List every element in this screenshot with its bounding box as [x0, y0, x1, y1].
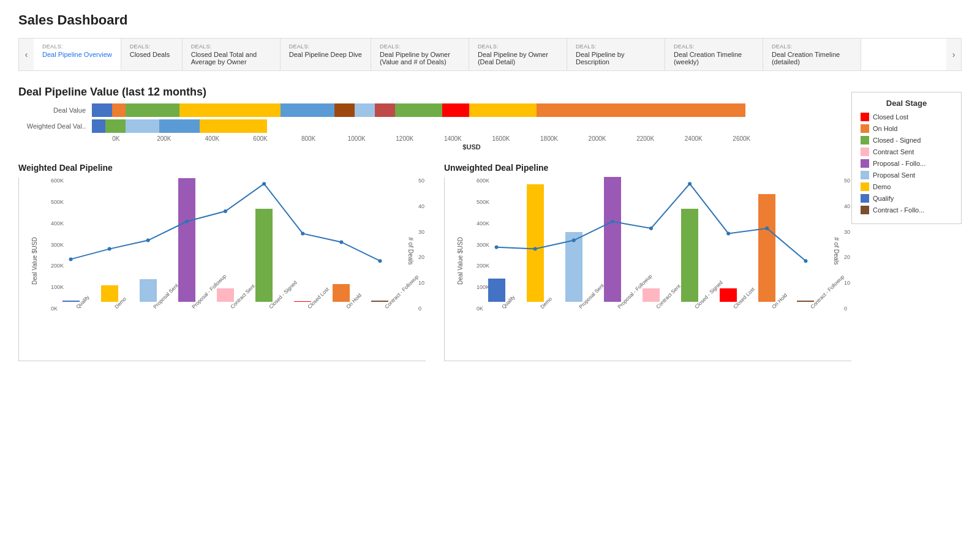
- legend-item-6: Demo: [861, 182, 952, 191]
- hbar-axis-label: $USD: [92, 143, 851, 151]
- tab-item-2[interactable]: DEALS:Closed Deal Total and Average by O…: [183, 39, 281, 70]
- hbar-segment-0-4: [281, 103, 334, 117]
- unweighted-y-ticks-right-tick-5: 50: [844, 178, 850, 184]
- tab-label-small-0: DEALS:: [42, 43, 112, 50]
- legend-item-1: On Hold: [861, 124, 952, 133]
- unweighted-y-ticks-tick-6: 600K: [477, 178, 489, 184]
- weighted-bars-xlabel-0: Qualify: [75, 305, 79, 310]
- hbar-axis-tick-10: 2000K: [573, 135, 622, 142]
- tab-label-small-4: DEALS:: [380, 43, 460, 50]
- unweighted-bars-rect-7: [758, 194, 775, 302]
- weighted-bars-rect-2: [140, 279, 157, 302]
- unweighted-bars-item-2: Proposal Sent: [556, 177, 592, 312]
- unweighted-y-ticks-right-tick-4: 40: [844, 203, 850, 209]
- legend-item-2: Closed - Signed: [861, 136, 952, 144]
- weighted-y-right-label: # of Deals: [407, 236, 414, 266]
- hbar-segment-0-11: [537, 103, 745, 117]
- hbar-segment-0-1: [112, 103, 126, 117]
- hbar-axis-tick-5: 1000K: [333, 135, 381, 142]
- weighted-y-ticks-right-tick-2: 20: [418, 254, 424, 260]
- hbar-axis-tick-4: 800K: [284, 135, 333, 142]
- legend-box: Deal Stage Closed LostOn HoldClosed - Si…: [851, 92, 962, 224]
- hbar-segment-0-0: [92, 103, 112, 117]
- tab-label-main-7: Deal Creation Timeline (weekly): [674, 51, 754, 66]
- tab-item-1[interactable]: DEALS:Closed Deals: [121, 39, 183, 70]
- tab-label-small-2: DEALS:: [191, 43, 271, 50]
- hbar-segment-1-2: [126, 119, 159, 133]
- unweighted-bars-xlabel-2: Proposal Sent: [578, 305, 582, 310]
- weighted-y-ticks-right-tick-3: 30: [418, 229, 424, 235]
- weighted-bars-rect-1: [101, 285, 118, 302]
- unweighted-chart-area: Deal Value $USD # of Deals 0K100K200K300…: [444, 178, 851, 361]
- unweighted-bars-xlabel-8: Contract - Followup: [809, 305, 813, 310]
- unweighted-bars-xlabel-7: On Hold: [771, 305, 775, 310]
- unweighted-bars-xlabel-0: Qualify: [500, 305, 505, 310]
- hbar-axis-tick-9: 1800K: [525, 135, 573, 142]
- hbar-axis-tick-2: 400K: [188, 135, 236, 142]
- unweighted-chart-box: Unweighted Deal Pipeline Deal Value $USD…: [444, 163, 851, 361]
- legend-item-8: Contract - Follo...: [861, 206, 952, 214]
- weighted-bars-xlabel-6: Closed Lost: [306, 305, 311, 310]
- tab-label-small-1: DEALS:: [130, 43, 173, 50]
- unweighted-bars-rect-5: [681, 209, 698, 302]
- tab-item-0[interactable]: DEALS:Deal Pipeline Overview: [34, 39, 121, 70]
- weighted-bars-rect-5: [255, 209, 273, 302]
- tab-next-button[interactable]: ›: [946, 39, 961, 70]
- tab-item-3[interactable]: DEALS:Deal Pipeline Deep Dive: [281, 39, 371, 70]
- weighted-y-ticks-tick-6: 600K: [51, 178, 64, 184]
- tab-item-8[interactable]: DEALS:Deal Creation Timeline (detailed): [763, 39, 861, 70]
- tab-item-6[interactable]: DEALS:Deal Pipeline by Description: [567, 39, 665, 70]
- hbar-segment-0-3: [179, 103, 281, 117]
- hbar-track-1: [92, 119, 766, 133]
- weighted-bars-rect-7: [333, 284, 350, 302]
- hbar-axis-tick-13: 2600K: [718, 135, 766, 142]
- tab-label-small-5: DEALS:: [478, 43, 558, 50]
- tab-item-5[interactable]: DEALS:Deal Pipeline by Owner (Deal Detai…: [469, 39, 567, 70]
- weighted-bars-xlabel-3: Proposal - Followup: [190, 305, 195, 310]
- tab-prev-button[interactable]: ‹: [19, 39, 34, 70]
- tab-label-small-3: DEALS:: [289, 43, 362, 50]
- dashboard-title: Sales Dashboard: [18, 12, 962, 28]
- hbar-axis-tick-12: 2400K: [669, 135, 718, 142]
- unweighted-y-label: Deal Value $USD: [457, 254, 464, 285]
- unweighted-bars-item-8: Contract - Followup: [788, 177, 824, 312]
- weighted-y-ticks: 0K100K200K300K400K500K600K: [51, 178, 64, 312]
- unweighted-y-right-label: # of Deals: [833, 236, 840, 266]
- charts-area: Deal Pipeline Value (last 12 months) Dea…: [18, 86, 962, 361]
- hbar-rows: Deal ValueWeighted Deal Val..: [18, 103, 851, 133]
- legend-label-6: Demo: [873, 183, 891, 190]
- unweighted-bars-xlabel-3: Proposal - Followup: [616, 305, 620, 310]
- weighted-chart-box: Weighted Deal Pipeline Deal Value $USD #…: [18, 163, 426, 361]
- hbar-axis-tick-6: 1200K: [380, 135, 429, 142]
- legend-label-0: Closed Lost: [873, 113, 908, 121]
- hbar-section: Deal Pipeline Value (last 12 months) Dea…: [18, 86, 851, 151]
- weighted-bars-rect-8: [371, 301, 388, 302]
- legend-item-3: Contract Sent: [861, 148, 952, 156]
- tab-item-4[interactable]: DEALS:Deal Pipeline by Owner (Value and …: [371, 39, 469, 70]
- weighted-bars-item-8: Contract - Followup: [362, 177, 398, 312]
- legend-item-4: Proposal - Follo...: [861, 159, 952, 168]
- tab-label-main-4: Deal Pipeline by Owner (Value and # of D…: [380, 51, 460, 66]
- tab-label-main-5: Deal Pipeline by Owner (Deal Detail): [478, 51, 558, 66]
- weighted-bars-xlabel-5: Closed - Signed: [268, 305, 272, 310]
- unweighted-bars-group: QualifyDemoProposal SentProposal - Follo…: [478, 177, 824, 312]
- hbar-segment-1-1: [105, 119, 126, 133]
- tab-item-7[interactable]: DEALS:Deal Creation Timeline (weekly): [665, 39, 763, 70]
- weighted-bars-item-1: Demo: [91, 177, 127, 312]
- legend-label-3: Contract Sent: [873, 148, 914, 156]
- tab-label-main-0: Deal Pipeline Overview: [42, 51, 112, 58]
- weighted-y-ticks-right-tick-0: 0: [418, 305, 424, 312]
- weighted-chart-wrapper: Deal Value $USD # of Deals 0K100K200K300…: [18, 178, 426, 361]
- legend-color-1: [861, 124, 869, 133]
- hbar-segment-0-2: [126, 103, 179, 117]
- weighted-bars-xlabel-7: On Hold: [345, 305, 349, 310]
- weighted-bars-xlabel-2: Proposal Sent: [152, 305, 156, 310]
- unweighted-y-ticks-right-tick-3: 30: [844, 229, 850, 235]
- unweighted-y-ticks-tick-0: 0K: [477, 305, 489, 312]
- hbar-axis-tick-1: 200K: [140, 135, 189, 142]
- weighted-bars-rect-6: [294, 301, 311, 302]
- unweighted-chart-title: Unweighted Deal Pipeline: [444, 163, 851, 173]
- hbar-row-0: Deal Value: [18, 103, 851, 117]
- weighted-y-ticks-right-tick-5: 50: [418, 178, 424, 184]
- legend-label-2: Closed - Signed: [873, 137, 921, 144]
